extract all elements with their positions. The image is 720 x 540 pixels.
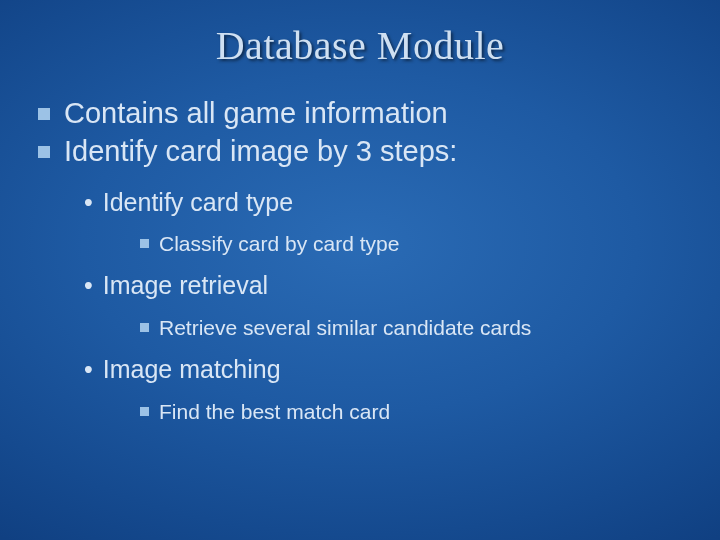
bullet-text: Retrieve several similar candidate cards (159, 314, 531, 341)
dot-bullet-icon: • (84, 353, 93, 386)
bullet-level3: Retrieve several similar candidate cards (140, 314, 720, 341)
sub-group: • Identify card type Classify card by ca… (38, 172, 720, 437)
bullet-level1: Contains all game information (38, 95, 720, 131)
content-area: Contains all game information Identify c… (0, 77, 720, 437)
slide-title: Database Module (0, 0, 720, 77)
square-bullet-icon (140, 239, 149, 248)
bullet-text: Contains all game information (64, 95, 448, 131)
bullet-text: Classify card by card type (159, 230, 399, 257)
bullet-text: Image retrieval (103, 269, 268, 302)
sub-sub-group: Retrieve several similar candidate cards (84, 306, 720, 353)
bullet-text: Image matching (103, 353, 281, 386)
bullet-level3: Classify card by card type (140, 230, 720, 257)
bullet-level1: Identify card image by 3 steps: (38, 133, 720, 169)
dot-bullet-icon: • (84, 269, 93, 302)
square-bullet-icon (38, 108, 50, 120)
sub-sub-group: Classify card by card type (84, 222, 720, 269)
sub-sub-group: Find the best match card (84, 390, 720, 437)
bullet-text: Find the best match card (159, 398, 390, 425)
bullet-level3: Find the best match card (140, 398, 720, 425)
dot-bullet-icon: • (84, 186, 93, 219)
bullet-text: Identify card image by 3 steps: (64, 133, 457, 169)
bullet-level2: • Image retrieval (84, 269, 720, 302)
bullet-text: Identify card type (103, 186, 293, 219)
square-bullet-icon (140, 407, 149, 416)
square-bullet-icon (140, 323, 149, 332)
bullet-level2: • Image matching (84, 353, 720, 386)
bullet-level2: • Identify card type (84, 186, 720, 219)
slide: Database Module Contains all game inform… (0, 0, 720, 540)
square-bullet-icon (38, 146, 50, 158)
